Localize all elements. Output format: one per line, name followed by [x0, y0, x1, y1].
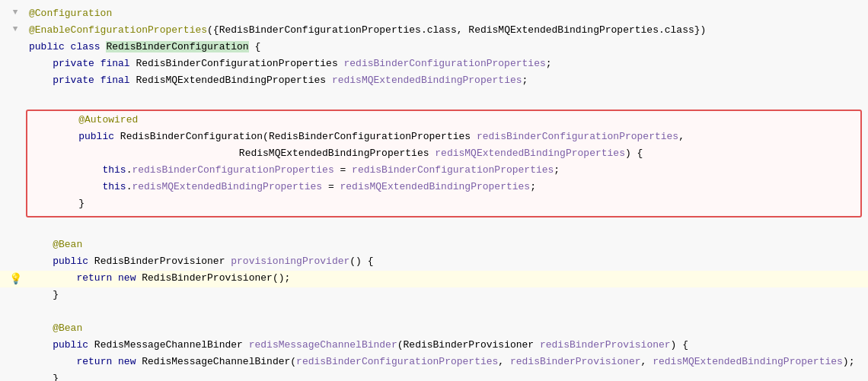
code-line — [0, 90, 868, 106]
code-text: @Autowired — [52, 113, 854, 129]
code-text: return new RedisBinderProvisioner(); — [26, 271, 868, 287]
code-text: @EnableConfigurationProperties({RedisBin… — [26, 23, 868, 39]
code-text: RedisMQExtendedBindingProperties redisMQ… — [52, 146, 854, 162]
code-line: RedisMQExtendedBindingProperties redisMQ… — [34, 146, 854, 163]
code-line: public class RedisBinderConfiguration { — [0, 40, 868, 56]
code-line: } — [34, 196, 854, 213]
code-text: } — [26, 371, 868, 381]
code-line: @Bean — [0, 237, 868, 254]
code-line: public RedisBinderProvisioner provisioni… — [0, 254, 868, 271]
code-line: @Autowired — [34, 113, 854, 129]
code-line: ▼ @Configuration — [0, 6, 868, 23]
code-line: ▼ @EnableConfigurationProperties({RedisB… — [0, 23, 868, 40]
red-border-block: @Autowired public RedisBinderConfigurati… — [26, 110, 862, 217]
code-text: this.redisBinderConfigurationProperties … — [52, 163, 854, 179]
code-text: @Bean — [26, 321, 868, 337]
code-container: ▼ @Configuration ▼ @EnableConfigurationP… — [0, 0, 868, 381]
code-text: public RedisBinderConfiguration(RedisBin… — [52, 129, 854, 145]
code-line: @Bean — [0, 321, 868, 338]
code-text — [26, 304, 868, 320]
code-text: public class RedisBinderConfiguration { — [26, 40, 868, 56]
code-line: private final RedisBinderConfigurationPr… — [0, 56, 868, 73]
code-text: return new RedisMessageChannelBinder(red… — [26, 354, 868, 370]
code-text: @Bean — [26, 237, 868, 253]
code-text: private final RedisBinderConfigurationPr… — [26, 56, 868, 72]
code-line: } — [0, 371, 868, 381]
code-text: public RedisMessageChannelBinder redisMe… — [26, 338, 868, 354]
code-line: return new RedisMessageChannelBinder(red… — [0, 354, 868, 371]
code-text: } — [52, 196, 854, 212]
code-text: public RedisBinderProvisioner provisioni… — [26, 254, 868, 270]
code-line — [0, 304, 868, 321]
code-line: this.redisMQExtendedBindingProperties = … — [34, 179, 854, 196]
code-text — [26, 90, 868, 106]
code-line: public RedisBinderConfiguration(RedisBin… — [34, 129, 854, 146]
code-line: } — [0, 287, 868, 304]
code-line: this.redisBinderConfigurationProperties … — [34, 163, 854, 179]
code-line: public RedisMessageChannelBinder redisMe… — [0, 338, 868, 354]
code-text: private final RedisMQExtendedBindingProp… — [26, 73, 868, 89]
gutter-hint[interactable]: 💡 — [8, 271, 23, 287]
hint-code-line: 💡 return new RedisBinderProvisioner(); — [0, 271, 868, 287]
code-line — [0, 221, 868, 237]
gutter-fold[interactable]: ▼ — [8, 23, 23, 37]
code-text: this.redisMQExtendedBindingProperties = … — [52, 179, 854, 195]
code-text — [26, 221, 868, 237]
code-text: } — [26, 287, 868, 303]
code-line: private final RedisMQExtendedBindingProp… — [0, 73, 868, 90]
gutter-fold[interactable]: ▼ — [8, 6, 23, 20]
code-text: @Configuration — [26, 6, 868, 22]
